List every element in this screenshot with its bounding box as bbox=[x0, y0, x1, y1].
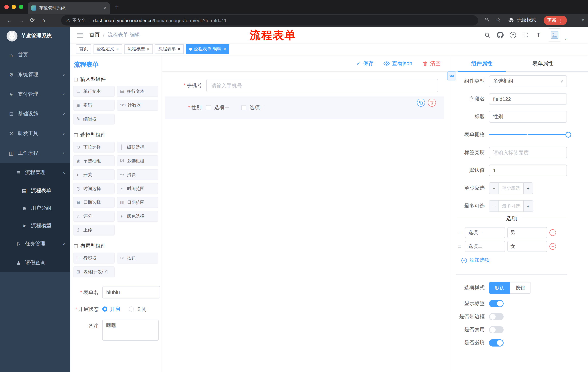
component-button[interactable]: ☞按钮 bbox=[117, 253, 158, 264]
component-cascader[interactable]: ├级联选择 bbox=[117, 142, 158, 152]
tag-process-form[interactable]: 流程表单 × bbox=[155, 44, 184, 54]
label-width-input[interactable] bbox=[489, 147, 567, 158]
required-switch[interactable] bbox=[489, 339, 504, 347]
breadcrumb-home[interactable]: 首页 bbox=[90, 32, 100, 38]
security-label[interactable]: 不安全 bbox=[73, 17, 85, 23]
status-on-radio[interactable]: 开启 bbox=[102, 303, 120, 315]
default-value-input[interactable] bbox=[489, 165, 567, 176]
component-row-container[interactable]: ▢行容器 bbox=[73, 253, 115, 264]
tag-home[interactable]: 首页 bbox=[76, 44, 91, 54]
hamburger-icon[interactable] bbox=[77, 32, 83, 37]
component-counter[interactable]: 123计数器 bbox=[117, 100, 158, 111]
tag-process-definition[interactable]: 流程定义 × bbox=[94, 44, 122, 54]
component-single-line-text[interactable]: ▭单行文本 bbox=[73, 86, 115, 97]
component-editor[interactable]: ✎编辑器 bbox=[73, 114, 115, 125]
drag-handle-icon[interactable]: ≡ bbox=[456, 243, 463, 250]
tab-component-props[interactable]: 组件属性 bbox=[451, 55, 512, 71]
home-icon[interactable]: ⌂ bbox=[42, 17, 45, 24]
drag-handle-icon[interactable]: ≡ bbox=[456, 230, 463, 236]
sidebar-item-user-group[interactable]: ☻ 用户分组 bbox=[0, 200, 70, 217]
component-upload[interactable]: ↥上传 bbox=[73, 224, 115, 235]
phone-field-row[interactable]: *手机号 bbox=[166, 77, 438, 94]
style-default-button[interactable]: 默认 bbox=[489, 282, 510, 294]
browser-tab[interactable]: 芋道管理系统 × bbox=[28, 2, 110, 14]
slider-track[interactable] bbox=[489, 134, 568, 135]
component-table[interactable]: ⊞表格[开发中] bbox=[73, 266, 115, 277]
component-checkbox-group[interactable]: ☑多选框组 bbox=[117, 155, 158, 166]
component-date-picker[interactable]: ▦日期选择 bbox=[73, 197, 115, 208]
show-label-switch[interactable] bbox=[489, 300, 504, 307]
component-rate[interactable]: ☆评分 bbox=[73, 211, 115, 222]
update-button[interactable]: 更新 ⋮ bbox=[544, 16, 567, 25]
sidebar-item-process-model[interactable]: ➤ 流程模型 bbox=[0, 217, 70, 234]
back-icon[interactable]: ← bbox=[7, 17, 12, 24]
slider-handle[interactable] bbox=[566, 132, 571, 138]
option-1-value-input[interactable] bbox=[507, 227, 547, 238]
sidebar-item-system[interactable]: ⚙ 系统管理 ∨ bbox=[0, 65, 70, 85]
decrease-button[interactable]: − bbox=[489, 183, 499, 194]
browser-menu-icon[interactable]: ⋮ bbox=[558, 18, 563, 23]
sidebar-item-workflow[interactable]: ◫ 工作流程 ∧ bbox=[0, 143, 70, 163]
link-icon[interactable] bbox=[447, 71, 456, 80]
add-option-button[interactable]: + 添加选项 bbox=[461, 257, 567, 264]
view-json-button[interactable]: 查看json bbox=[384, 60, 412, 67]
component-switch[interactable]: ◐开关 bbox=[73, 169, 115, 180]
min-select-value[interactable]: 至少应选 bbox=[499, 183, 523, 194]
field-name-input[interactable] bbox=[489, 93, 567, 105]
increase-button[interactable]: + bbox=[523, 183, 533, 194]
key-icon[interactable] bbox=[485, 17, 490, 24]
border-switch[interactable] bbox=[489, 313, 504, 320]
style-button-button[interactable]: 按钮 bbox=[510, 282, 531, 294]
sidebar-item-home[interactable]: ⌂ 首页 bbox=[0, 45, 70, 65]
avatar-caret-icon[interactable]: ∨ bbox=[564, 37, 567, 41]
tag-process-model[interactable]: 流程模型 × bbox=[124, 44, 153, 54]
font-size-icon[interactable]: T bbox=[535, 32, 542, 38]
address-bar[interactable]: ⚠ 不安全 | dashboard.yudao.iocoder.cn /bpm/… bbox=[61, 15, 478, 25]
component-time-picker[interactable]: ◷时间选择 bbox=[73, 183, 115, 194]
tag-close-icon[interactable]: × bbox=[116, 47, 119, 51]
search-icon[interactable] bbox=[484, 32, 491, 38]
tab-close-icon[interactable]: × bbox=[103, 5, 106, 11]
sidebar-item-infra[interactable]: ⊡ 基础设施 ∨ bbox=[0, 104, 70, 124]
save-button[interactable]: ✓ 保存 bbox=[356, 60, 373, 67]
option-2-label-input[interactable] bbox=[465, 241, 505, 252]
gender-field-row-selected[interactable]: *性别 选项一 选项二 bbox=[165, 96, 444, 119]
zoom-window-button[interactable] bbox=[19, 5, 23, 9]
sidebar-item-process-mgmt[interactable]: ≣ 流程管理 ∧ bbox=[0, 163, 70, 182]
component-date-range[interactable]: ▥日期范围 bbox=[117, 197, 158, 208]
tag-close-icon[interactable]: × bbox=[178, 47, 180, 51]
tag-close-icon[interactable]: × bbox=[147, 47, 149, 51]
option-2-value-input[interactable] bbox=[507, 241, 547, 252]
component-password[interactable]: ▣密码 bbox=[73, 100, 115, 111]
component-slider[interactable]: ⊷滑块 bbox=[117, 169, 158, 180]
component-color-picker[interactable]: ◑颜色选择 bbox=[117, 211, 158, 222]
sidebar-item-payment[interactable]: ¥ 支付管理 ∨ bbox=[0, 85, 70, 104]
title-input[interactable] bbox=[489, 111, 567, 123]
avatar[interactable] bbox=[548, 28, 561, 42]
component-time-range[interactable]: ◔时间范围 bbox=[117, 183, 158, 194]
minimize-window-button[interactable] bbox=[12, 5, 16, 9]
reload-icon[interactable]: ⟳ bbox=[30, 17, 35, 24]
increase-button[interactable]: + bbox=[523, 201, 533, 212]
remove-option-icon[interactable]: − bbox=[549, 229, 556, 236]
toolbar-caret-icon[interactable]: ∨ bbox=[581, 18, 584, 22]
copy-component-icon[interactable] bbox=[417, 99, 425, 107]
sidebar-item-leave-query[interactable]: ♟ 请假查询 bbox=[0, 253, 70, 272]
form-remark-textarea[interactable]: 嘿嘿 bbox=[102, 319, 159, 341]
sidebar-logo[interactable]: 芋道管理系统 bbox=[0, 27, 70, 45]
gender-option-1-checkbox[interactable]: 选项一 bbox=[206, 105, 230, 111]
phone-input[interactable] bbox=[206, 79, 438, 92]
status-off-radio[interactable]: 关闭 bbox=[129, 303, 147, 315]
component-dropdown-select[interactable]: ⊙下拉选择 bbox=[73, 142, 115, 152]
clear-button[interactable]: 清空 bbox=[422, 60, 441, 67]
remove-option-icon[interactable]: − bbox=[549, 243, 556, 250]
option-1-label-input[interactable] bbox=[465, 227, 505, 238]
sidebar-item-devtools[interactable]: ⚒ 研发工具 ∨ bbox=[0, 124, 70, 143]
close-window-button[interactable] bbox=[4, 5, 9, 9]
fullscreen-icon[interactable] bbox=[522, 32, 529, 38]
disabled-switch[interactable] bbox=[489, 326, 504, 333]
delete-component-icon[interactable] bbox=[428, 99, 436, 107]
grid-slider[interactable] bbox=[489, 129, 568, 140]
max-select-value[interactable]: 最多可选 bbox=[499, 201, 523, 212]
component-radio-group[interactable]: ◉单选框组 bbox=[73, 155, 115, 166]
